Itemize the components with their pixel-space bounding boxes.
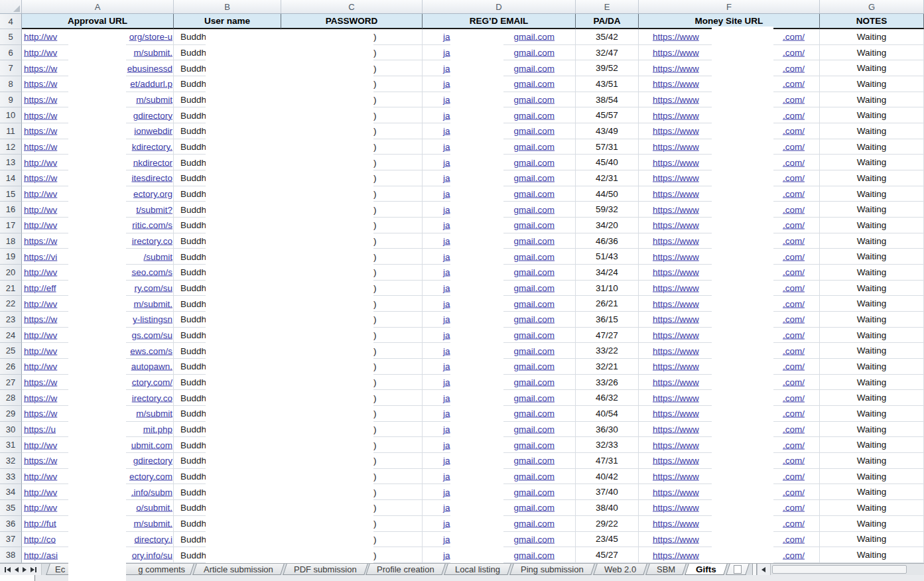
email-link[interactable]: ja [443,173,450,183]
select-all-corner[interactable] [0,0,22,13]
email-link[interactable]: ja [443,63,450,73]
row-header[interactable]: 17 [0,218,22,233]
email-link-fragment[interactable]: gmail.com [513,79,555,89]
previous-sheet-button[interactable] [15,567,19,572]
row-header[interactable]: 20 [0,265,22,281]
approval-url-link-fragment[interactable]: gdirectory [133,110,172,120]
email-link-fragment[interactable]: gmail.com [513,251,555,261]
column-letter-G[interactable]: G [820,0,924,13]
money-site-link[interactable]: https://www [653,126,699,136]
row-header[interactable]: 32 [0,453,22,469]
money-site-link[interactable]: https://www [653,487,699,497]
email-link[interactable]: ja [443,189,450,199]
email-link-fragment[interactable]: gmail.com [513,519,555,529]
email-link-fragment[interactable]: gmail.com [513,330,555,340]
approval-url-link-fragment[interactable]: m/submit [136,95,172,105]
approval-url-link-fragment[interactable]: ectory.com [129,472,172,482]
row-header[interactable]: 34 [0,484,22,500]
first-sheet-button[interactable] [5,567,11,572]
notes-cell[interactable]: Waiting [820,45,924,61]
money-site-link-fragment[interactable]: .com/ [783,126,805,136]
column-letter-B[interactable]: B [174,0,281,13]
approval-url-link-fragment[interactable]: m/submit. [133,519,172,529]
email-link-fragment[interactable]: gmail.com [513,236,555,246]
approval-url-link-fragment[interactable]: et/addurl.p [130,79,172,89]
notes-cell[interactable]: Waiting [820,469,924,485]
money-site-link-fragment[interactable]: .com/ [783,424,805,434]
email-link-fragment[interactable]: gmail.com [513,283,555,293]
email-link[interactable]: ja [443,110,450,120]
pa-da-cell[interactable]: 38/40 [576,500,639,516]
row-header[interactable]: 29 [0,406,22,422]
email-link-fragment[interactable]: gmail.com [513,126,555,136]
row-header[interactable]: 12 [0,139,22,155]
email-link[interactable]: ja [443,267,450,277]
notes-cell[interactable]: Waiting [820,359,924,375]
pa-da-cell[interactable]: 32/47 [576,45,639,61]
approval-url-link-fragment[interactable]: itesdirecto [131,173,172,183]
pa-da-cell[interactable]: 44/50 [576,186,639,202]
approval-url-link[interactable]: http://wv [24,330,57,340]
notes-cell[interactable]: Waiting [820,202,924,218]
notes-cell[interactable]: Waiting [820,123,924,139]
pa-da-cell[interactable]: 51/43 [576,249,639,265]
row-header[interactable]: 25 [0,343,22,359]
row-header[interactable]: 15 [0,186,22,202]
email-link-fragment[interactable]: gmail.com [513,204,555,214]
email-link-fragment[interactable]: gmail.com [513,550,555,560]
next-sheet-button[interactable] [23,567,27,572]
pa-da-cell[interactable]: 32/21 [576,359,639,375]
approval-url-link[interactable]: http://wv [24,346,57,355]
approval-url-link[interactable]: https://w [24,456,57,466]
notes-cell[interactable]: Waiting [820,437,924,453]
tab-article-submission[interactable]: Article submission [192,564,284,575]
approval-url-link[interactable]: https://w [24,63,57,73]
row-header[interactable]: 35 [0,500,22,516]
approval-url-link-fragment[interactable]: ebusinessd [127,63,172,73]
email-link[interactable]: ja [443,487,450,497]
row-header[interactable]: 21 [0,281,22,296]
approval-url-link-fragment[interactable]: m/submit. [133,298,172,308]
column-letter-C[interactable]: C [281,0,423,13]
notes-cell[interactable]: Waiting [820,92,924,108]
money-site-link-fragment[interactable]: .com/ [783,236,805,246]
pa-da-cell[interactable]: 47/27 [576,328,639,344]
tab-local-listing[interactable]: Local listing [444,564,511,575]
row-header[interactable]: 26 [0,359,22,375]
pa-da-cell[interactable]: 42/31 [576,170,639,186]
email-link[interactable]: ja [443,157,450,167]
email-link-fragment[interactable]: gmail.com [513,409,555,419]
tab-gifts[interactable]: Gifts [685,564,727,575]
approval-url-link-fragment[interactable]: ritic.com/s [132,220,172,230]
pa-da-cell[interactable]: 43/51 [576,76,639,92]
money-site-link[interactable]: https://www [653,63,699,73]
approval-url-link[interactable]: http://wv [24,503,57,513]
pa-da-cell[interactable]: 45/27 [576,547,639,563]
row-header[interactable]: 4 [0,14,22,29]
notes-cell[interactable]: Waiting [820,107,924,123]
email-link[interactable]: ja [443,204,450,214]
row-header[interactable]: 14 [0,170,22,186]
column-header[interactable]: PASSWORD [281,14,423,29]
row-header[interactable]: 38 [0,547,22,563]
email-link[interactable]: ja [443,251,450,261]
money-site-link[interactable]: https://www [653,251,699,261]
money-site-link[interactable]: https://www [653,142,699,152]
tab-sbm[interactable]: SBM [645,564,687,575]
money-site-link-fragment[interactable]: .com/ [783,456,805,466]
email-link-fragment[interactable]: gmail.com [513,534,555,544]
approval-url-link-fragment[interactable]: ctory.com/ [132,377,172,387]
money-site-link-fragment[interactable]: .com/ [783,204,805,214]
email-link-fragment[interactable]: gmail.com [513,456,555,466]
money-site-link[interactable]: https://www [653,550,699,560]
pa-da-cell[interactable]: 35/42 [576,29,639,45]
money-site-link-fragment[interactable]: .com/ [783,550,805,560]
notes-cell[interactable]: Waiting [820,422,924,438]
approval-url-link[interactable]: http://wv [24,267,57,277]
money-site-link[interactable]: https://www [653,298,699,308]
notes-cell[interactable]: Waiting [820,547,924,563]
money-site-link-fragment[interactable]: .com/ [783,220,805,230]
row-header[interactable]: 10 [0,107,22,123]
money-site-link-fragment[interactable]: .com/ [783,393,805,403]
email-link-fragment[interactable]: gmail.com [513,32,555,42]
